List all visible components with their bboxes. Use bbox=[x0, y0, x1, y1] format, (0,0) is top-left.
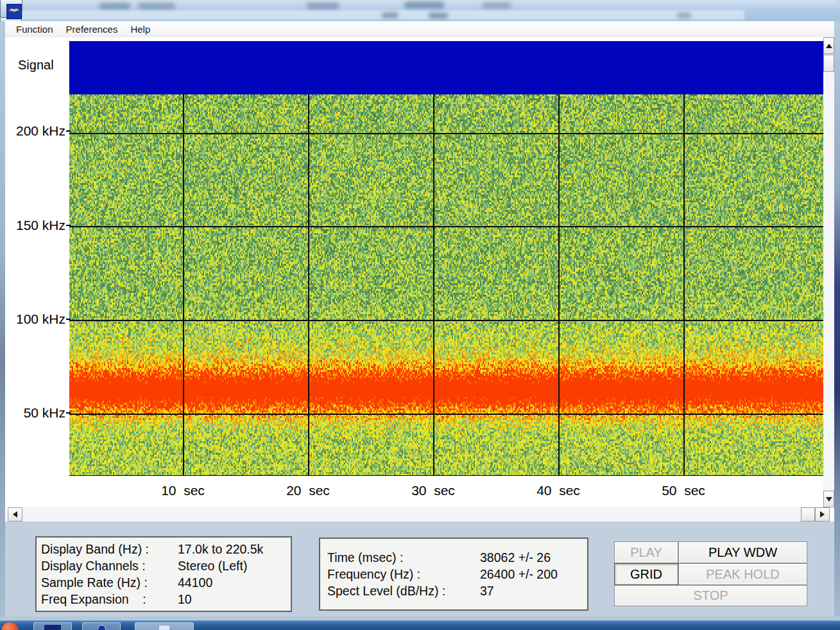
scroll-up-button[interactable] bbox=[823, 37, 834, 54]
xtick-10sec: 10 sec bbox=[138, 483, 228, 498]
bat-icon bbox=[8, 5, 21, 18]
play-button[interactable]: PLAY bbox=[614, 541, 678, 563]
ytick-mark bbox=[66, 225, 71, 226]
play-wdw-button[interactable]: PLAY WDW bbox=[678, 541, 807, 563]
display-band-row: Display Band (Hz) :17.0k to 220.5k bbox=[41, 541, 291, 557]
ytick-mark bbox=[66, 130, 71, 132]
scroll-down-button[interactable] bbox=[823, 491, 834, 507]
xtick-50sec: 50 sec bbox=[639, 483, 728, 498]
display-settings-panel: Display Band (Hz) :17.0k to 220.5k Displ… bbox=[35, 536, 292, 612]
display-band-value: 17.0k to 220.5k bbox=[178, 541, 263, 557]
window-right-border bbox=[834, 21, 840, 620]
ytick-150khz: 150 kHz bbox=[5, 218, 65, 233]
taskbar-item-2[interactable] bbox=[82, 622, 121, 630]
frequency-row: Frequency (Hz) :26400 +/- 200 bbox=[327, 566, 587, 582]
app-icon bbox=[159, 625, 170, 630]
ghost-text bbox=[483, 3, 511, 8]
arrow-left-icon bbox=[13, 511, 17, 518]
time-value: 38062 +/- 26 bbox=[480, 549, 551, 566]
signal-overview-band[interactable] bbox=[69, 41, 824, 94]
ghost-toolbar-blob bbox=[382, 13, 399, 18]
spect-level-row: Spect Level (dB/Hz) :37 bbox=[327, 582, 587, 599]
titlebar[interactable]: ✕ bbox=[0, 0, 840, 21]
ytick-50khz: 50 kHz bbox=[5, 405, 65, 421]
display-band-label: Display Band (Hz) : bbox=[41, 541, 178, 557]
scroll-right-button[interactable] bbox=[815, 507, 830, 521]
time-label: Time (msec) : bbox=[327, 549, 480, 566]
taskbar bbox=[0, 620, 840, 630]
menubar: Function Preferences Help bbox=[5, 21, 834, 38]
app-icon bbox=[44, 625, 61, 630]
spectrogram-canvas[interactable] bbox=[69, 94, 823, 476]
menu-function[interactable]: Function bbox=[10, 24, 59, 35]
freq-expansion-label: Freq Expansion : bbox=[41, 591, 178, 608]
cursor-readout-panel: Time (msec) :38062 +/- 26 Frequency (Hz)… bbox=[319, 538, 588, 611]
freq-expansion-row: Freq Expansion :10 bbox=[41, 591, 291, 608]
arrow-down-icon bbox=[826, 497, 832, 502]
horizontal-scroll-thumb[interactable] bbox=[801, 507, 815, 521]
time-row: Time (msec) :38062 +/- 26 bbox=[327, 549, 587, 566]
ytick-mark bbox=[66, 412, 71, 414]
scroll-left-button[interactable] bbox=[8, 507, 22, 521]
ghost-toolbar-blob bbox=[429, 13, 448, 19]
freq-expansion-value: 10 bbox=[178, 591, 192, 608]
display-channels-value: Stereo (Left) bbox=[178, 557, 247, 574]
stop-button[interactable]: STOP bbox=[614, 585, 807, 606]
signal-label: Signal bbox=[18, 58, 54, 73]
horizontal-scrollbar[interactable] bbox=[8, 507, 830, 521]
window-left-border bbox=[0, 21, 5, 620]
arrow-right-icon bbox=[820, 511, 825, 518]
status-panel: Display Band (Hz) :17.0k to 220.5k Displ… bbox=[5, 521, 834, 617]
sample-rate-row: Sample Rate (Hz) :44100 bbox=[41, 574, 291, 591]
sample-rate-label: Sample Rate (Hz) : bbox=[41, 574, 178, 591]
ghost-text bbox=[307, 3, 339, 9]
xtick-30sec: 30 sec bbox=[388, 483, 478, 498]
spect-level-label: Spect Level (dB/Hz) : bbox=[327, 582, 480, 599]
menu-help[interactable]: Help bbox=[124, 24, 156, 35]
ytick-200khz: 200 kHz bbox=[5, 123, 65, 139]
arrow-up-icon bbox=[826, 44, 832, 48]
spect-level-value: 37 bbox=[480, 582, 494, 599]
display-channels-row: Display Channels :Stereo (Left) bbox=[41, 557, 291, 574]
ytick-100khz: 100 kHz bbox=[5, 311, 65, 327]
ghost-text bbox=[138, 3, 175, 9]
app-icon-bat bbox=[6, 4, 22, 19]
start-button[interactable] bbox=[1, 622, 19, 630]
xtick-40sec: 40 sec bbox=[513, 483, 603, 498]
frequency-value: 26400 +/- 200 bbox=[480, 566, 558, 582]
ghost-text bbox=[99, 3, 130, 9]
frequency-label: Frequency (Hz) : bbox=[327, 566, 480, 582]
ytick-mark bbox=[66, 319, 71, 320]
screen: ✕ Function Preferences Help Signal 200 k… bbox=[0, 0, 840, 630]
display-channels-label: Display Channels : bbox=[41, 557, 178, 574]
taskbar-item-3[interactable] bbox=[135, 622, 194, 630]
grid-button[interactable]: GRID bbox=[614, 563, 678, 585]
sample-rate-value: 44100 bbox=[178, 574, 212, 591]
vertical-scrollbar[interactable] bbox=[823, 37, 834, 507]
taskbar-item-1[interactable] bbox=[33, 622, 72, 630]
ghost-toolbar-blob bbox=[677, 13, 691, 18]
peak-hold-button[interactable]: PEAK HOLD bbox=[678, 563, 807, 585]
menu-preferences[interactable]: Preferences bbox=[60, 24, 124, 35]
app-icon bbox=[98, 625, 106, 630]
xtick-20sec: 20 sec bbox=[263, 483, 353, 498]
spectrogram-view: Signal 200 kHz 150 kHz 100 kHz 50 kHz 10… bbox=[5, 37, 834, 521]
ghost-text bbox=[404, 2, 444, 8]
vertical-scroll-thumb[interactable] bbox=[823, 55, 834, 72]
